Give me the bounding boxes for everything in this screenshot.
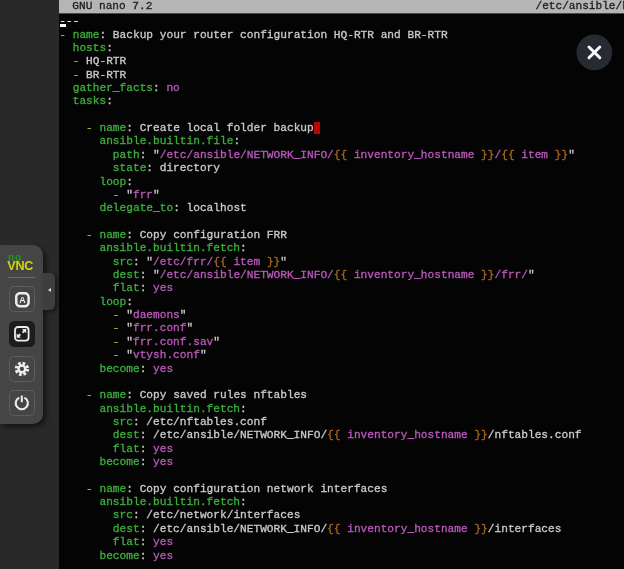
svg-text:VNC: VNC — [7, 259, 33, 273]
svg-text:A: A — [19, 295, 26, 305]
